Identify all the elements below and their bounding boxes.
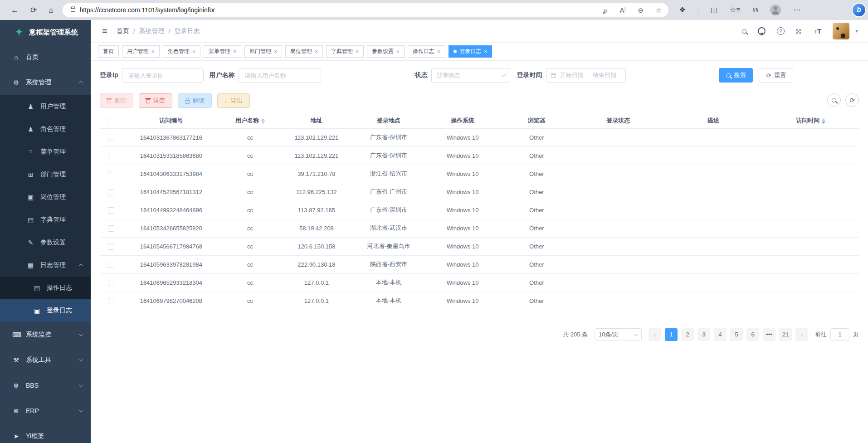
url-text[interactable]: https://ccnetcore.com:1101/system/log/lo… — [80, 6, 215, 14]
collections-icon[interactable]: ⧉ — [753, 6, 758, 14]
sidebar-item-系统监控[interactable]: ⌨系统监控 — [0, 322, 91, 347]
close-icon[interactable]: × — [484, 49, 487, 55]
sidebar-item-操作日志[interactable]: ▤操作日志 — [0, 277, 91, 299]
row-checkbox[interactable] — [108, 171, 114, 177]
close-icon[interactable]: × — [396, 49, 400, 55]
add-favorite-icon[interactable]: ☆ — [656, 7, 662, 14]
favorites-bar-icon[interactable]: ☆≡ — [730, 6, 741, 14]
help-icon[interactable]: ? — [777, 27, 785, 35]
export-button[interactable]: ↓ 导出 — [217, 93, 250, 108]
status-select[interactable]: 登录状态 — [431, 68, 510, 83]
row-checkbox[interactable] — [108, 280, 114, 286]
goto-page-input[interactable] — [830, 328, 849, 341]
page-button-4[interactable]: 4 — [714, 328, 727, 341]
page-button-6[interactable]: 6 — [746, 328, 759, 341]
breadcrumb-home[interactable]: 首页 — [117, 27, 129, 35]
date-range-picker[interactable]: 开始日期 - 结束日期 — [546, 68, 626, 83]
tab-岗位管理[interactable]: 岗位管理× — [285, 45, 323, 58]
tab-角色管理[interactable]: 角色管理× — [163, 45, 200, 58]
page-size-select[interactable]: 10条/页 — [595, 328, 642, 341]
row-checkbox[interactable] — [108, 262, 114, 268]
sidebar-item-登录日志[interactable]: ▣登录日志 — [0, 299, 91, 322]
address-bar[interactable]: https://ccnetcore.com:1101/system/log/lo… — [63, 3, 668, 17]
tab-登录日志[interactable]: 登录日志× — [449, 45, 492, 58]
row-checkbox[interactable] — [108, 153, 114, 159]
extensions-icon[interactable]: ❖ — [679, 6, 686, 14]
page-button-3[interactable]: 3 — [697, 328, 710, 341]
split-screen-icon[interactable]: ◫ — [711, 6, 717, 14]
row-checkbox[interactable] — [108, 243, 114, 250]
tab-参数设置[interactable]: 参数设置× — [367, 45, 405, 58]
sort-carets[interactable] — [261, 118, 265, 124]
search-button[interactable]: 搜索 — [719, 68, 753, 83]
browser-refresh-icon[interactable]: ⟳ — [30, 6, 37, 14]
breadcrumb-system[interactable]: 系统管理 — [139, 27, 165, 35]
page-button-2[interactable]: 2 — [681, 328, 694, 341]
tab-首页[interactable]: 首页 — [98, 45, 119, 58]
row-checkbox[interactable] — [108, 225, 114, 232]
menu-fold-icon[interactable]: ≡ — [102, 26, 107, 36]
tab-部门管理[interactable]: 部门管理× — [244, 45, 282, 58]
tab-字典管理[interactable]: 字典管理× — [326, 45, 364, 58]
close-icon[interactable]: × — [192, 49, 195, 55]
sidebar-item-Yi框架[interactable]: ➤Yi框架 — [0, 424, 91, 443]
sidebar-item-菜单管理[interactable]: ≡菜单管理 — [0, 141, 91, 163]
bing-chat-icon[interactable]: b — [853, 4, 865, 16]
delete-button[interactable]: 删除 — [100, 93, 133, 108]
page-button-1[interactable]: 1 — [665, 328, 678, 341]
browser-back-icon[interactable]: ← — [11, 6, 19, 14]
close-icon[interactable]: × — [274, 49, 277, 55]
row-checkbox[interactable] — [108, 207, 114, 214]
sort-carets[interactable] — [822, 118, 825, 124]
next-page-button[interactable]: › — [795, 328, 808, 341]
text-size-icon[interactable]: TT — [814, 27, 821, 35]
sidebar-item-用户管理[interactable]: ♟用户管理 — [0, 95, 91, 118]
more-pages-icon[interactable]: ••• — [763, 328, 775, 341]
browser-profile-icon[interactable] — [770, 5, 781, 15]
tab-菜单管理[interactable]: 菜单管理× — [204, 45, 241, 58]
row-checkbox[interactable] — [108, 298, 114, 304]
github-icon[interactable] — [758, 27, 766, 35]
user-name-input[interactable] — [239, 68, 321, 83]
zoom-out-icon[interactable]: ⊖ — [638, 7, 644, 14]
page-button-5[interactable]: 5 — [730, 328, 743, 341]
refresh-table-button[interactable]: ⟳ — [845, 93, 859, 107]
login-ip-input[interactable] — [122, 68, 204, 83]
sidebar-item-系统工具[interactable]: ⚒系统工具 — [0, 347, 91, 373]
reset-button[interactable]: ⟳ 重置 — [759, 68, 793, 83]
unlock-button[interactable]: 解锁 — [178, 93, 212, 108]
page-button-21[interactable]: 21 — [779, 328, 792, 341]
sidebar-item-部门管理[interactable]: ⊞部门管理 — [0, 163, 91, 186]
close-icon[interactable]: × — [315, 49, 318, 55]
sidebar-item-日志管理[interactable]: ▦日志管理 — [0, 254, 91, 277]
column-header-访问时间[interactable]: 访问时间 — [762, 113, 859, 128]
row-checkbox[interactable] — [108, 135, 114, 141]
sort-asc-icon[interactable] — [822, 118, 825, 121]
tab-用户管理[interactable]: 用户管理× — [122, 45, 160, 58]
prev-page-button[interactable]: ‹ — [649, 328, 661, 341]
close-icon[interactable]: × — [437, 49, 440, 55]
read-aloud-icon[interactable]: A) — [619, 7, 625, 14]
close-icon[interactable]: × — [356, 49, 359, 55]
column-header-用户名称[interactable]: 用户名称 — [219, 113, 280, 128]
sidebar-item-参数设置[interactable]: ✎参数设置 — [0, 231, 91, 254]
sidebar-item-系统管理[interactable]: ⚙系统管理 — [0, 70, 91, 95]
close-icon[interactable]: × — [151, 49, 155, 55]
more-icon[interactable]: ⋯ — [793, 6, 800, 14]
sidebar-item-ERP[interactable]: ⊛ERP — [0, 398, 91, 424]
fullscreen-icon[interactable]: ⤡⤢ — [796, 28, 803, 35]
close-icon[interactable]: × — [233, 49, 236, 55]
sort-desc-icon[interactable] — [261, 122, 265, 124]
clear-button[interactable]: 清空 — [139, 93, 172, 108]
sidebar-item-岗位管理[interactable]: ▣岗位管理 — [0, 186, 91, 209]
user-avatar[interactable] — [833, 23, 849, 39]
sidebar-item-字典管理[interactable]: ▤字典管理 — [0, 209, 91, 231]
sort-desc-icon[interactable] — [822, 122, 825, 124]
sidebar-item-角色管理[interactable]: ♟角色管理 — [0, 118, 91, 141]
caret-down-icon[interactable]: ▼ — [854, 29, 859, 34]
sort-asc-icon[interactable] — [261, 118, 265, 121]
key-icon[interactable]: ℘ — [603, 7, 607, 14]
sidebar-item-BBS[interactable]: ⊕BBS — [0, 373, 91, 398]
tab-操作日志[interactable]: 操作日志× — [408, 45, 445, 58]
sidebar-item-首页[interactable]: ⌂首页 — [0, 44, 91, 70]
